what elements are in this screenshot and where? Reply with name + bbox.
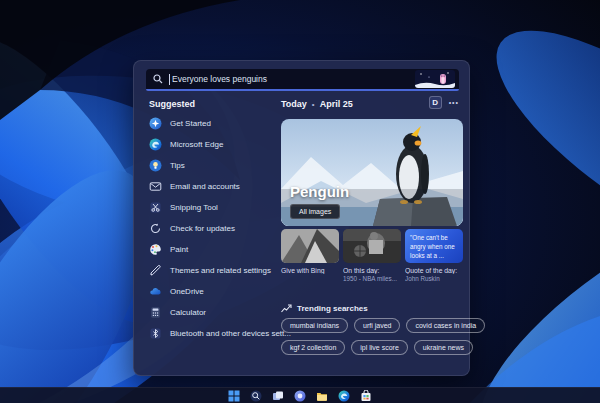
onedrive-icon — [149, 285, 162, 298]
task-view-icon[interactable] — [272, 390, 284, 402]
trending-chip[interactable]: covid cases in india — [406, 318, 485, 333]
penguin-illustration — [415, 70, 455, 88]
trending-header-label: Trending searches — [297, 304, 368, 313]
store-icon[interactable] — [360, 390, 372, 402]
desktop: { "search_panel": { "search_bar": { "val… — [0, 0, 600, 403]
suggested-item-bluetooth[interactable]: Bluetooth and other devices sett... — [149, 323, 279, 344]
start-button-icon[interactable] — [228, 390, 240, 402]
search-input[interactable]: Everyone loves penguins — [146, 69, 459, 91]
suggested-item-get-started[interactable]: Get Started — [149, 113, 279, 134]
trending-chip[interactable]: mumbai indians — [281, 318, 348, 333]
trending-chip[interactable]: urfi javed — [354, 318, 400, 333]
card-give-with-bing[interactable]: Give with Bing — [281, 229, 339, 282]
suggested-item-label: OneDrive — [170, 287, 204, 296]
search-panel: Everyone loves penguins Suggested Today … — [133, 60, 470, 376]
suggested-item-label: Email and accounts — [170, 182, 240, 191]
suggested-item-check-updates[interactable]: Check for updates — [149, 218, 279, 239]
profile-badge[interactable]: D — [429, 96, 442, 109]
suggested-item-label: Snipping Tool — [170, 203, 218, 212]
quote-text: "One can't be angry when one looks at a … — [405, 229, 463, 263]
card-subcaption: 1950 - NBA miles... — [343, 275, 401, 282]
widgets-icon[interactable] — [294, 390, 306, 402]
trending-chips-row2: kgf 2 collection ipl live score ukraine … — [281, 340, 473, 355]
trending-chip[interactable]: ukraine news — [414, 340, 473, 355]
more-options-button[interactable]: ••• — [449, 99, 459, 106]
trending-icon — [281, 304, 292, 313]
suggested-item-edge[interactable]: Microsoft Edge — [149, 134, 279, 155]
text-caret — [169, 74, 170, 85]
email-icon — [149, 180, 162, 193]
taskbar — [0, 387, 600, 403]
file-explorer-icon[interactable] — [316, 390, 328, 402]
taskbar-search-icon[interactable] — [250, 390, 262, 402]
search-icon — [153, 74, 163, 84]
today-label: Today — [281, 99, 307, 109]
suggested-item-label: Paint — [170, 245, 188, 254]
hero-title: Penguin — [290, 183, 349, 200]
trending-chip[interactable]: kgf 2 collection — [281, 340, 345, 355]
updates-icon — [149, 222, 162, 235]
suggested-item-tips[interactable]: Tips — [149, 155, 279, 176]
on-this-day-thumbnail — [343, 229, 401, 263]
calculator-icon — [149, 306, 162, 319]
trending-header: Trending searches — [281, 304, 368, 313]
tips-icon — [149, 159, 162, 172]
suggested-item-themes[interactable]: Themes and related settings — [149, 260, 279, 281]
trending-chips-row1: mumbai indians urfi javed covid cases in… — [281, 318, 485, 333]
bluetooth-icon — [149, 327, 162, 340]
card-quote-of-day[interactable]: "One can't be angry when one looks at a … — [405, 229, 463, 282]
suggested-item-label: Calculator — [170, 308, 206, 317]
suggested-item-calculator[interactable]: Calculator — [149, 302, 279, 323]
suggested-list: Get Started Microsoft Edge Tips Email — [149, 113, 279, 344]
suggested-item-label: Bluetooth and other devices sett... — [170, 329, 291, 338]
search-query-text: Everyone loves penguins — [172, 74, 415, 84]
suggested-item-email[interactable]: Email and accounts — [149, 176, 279, 197]
suggested-item-label: Microsoft Edge — [170, 140, 223, 149]
paint-icon — [149, 243, 162, 256]
card-on-this-day[interactable]: On this day: 1950 - NBA miles... — [343, 229, 401, 282]
card-caption: On this day: — [343, 267, 401, 274]
all-images-button[interactable]: All images — [290, 204, 340, 219]
suggested-item-label: Themes and related settings — [170, 266, 271, 275]
card-subcaption: John Ruskin — [405, 275, 463, 282]
trending-chip[interactable]: ipl live score — [351, 340, 408, 355]
edge-icon — [149, 138, 162, 151]
card-caption: Quote of the day: — [405, 267, 463, 274]
suggested-item-label: Check for updates — [170, 224, 235, 233]
suggested-header: Suggested — [149, 99, 195, 109]
info-cards-row: Give with Bing On this day: 1950 - NBA m… — [281, 229, 463, 282]
get-started-icon — [149, 117, 162, 130]
taskbar-edge-icon[interactable] — [338, 390, 350, 402]
suggested-item-paint[interactable]: Paint — [149, 239, 279, 260]
snipping-tool-icon — [149, 201, 162, 214]
suggested-item-snipping-tool[interactable]: Snipping Tool — [149, 197, 279, 218]
themes-icon — [149, 264, 162, 277]
suggested-item-label: Get Started — [170, 119, 211, 128]
hero-image-card[interactable]: Penguin All images — [281, 119, 463, 226]
suggested-item-label: Tips — [170, 161, 185, 170]
suggested-item-onedrive[interactable]: OneDrive — [149, 281, 279, 302]
give-with-bing-thumbnail — [281, 229, 339, 263]
card-caption: Give with Bing — [281, 267, 339, 274]
date-label: April 25 — [320, 99, 353, 109]
header-separator: • — [312, 100, 315, 109]
